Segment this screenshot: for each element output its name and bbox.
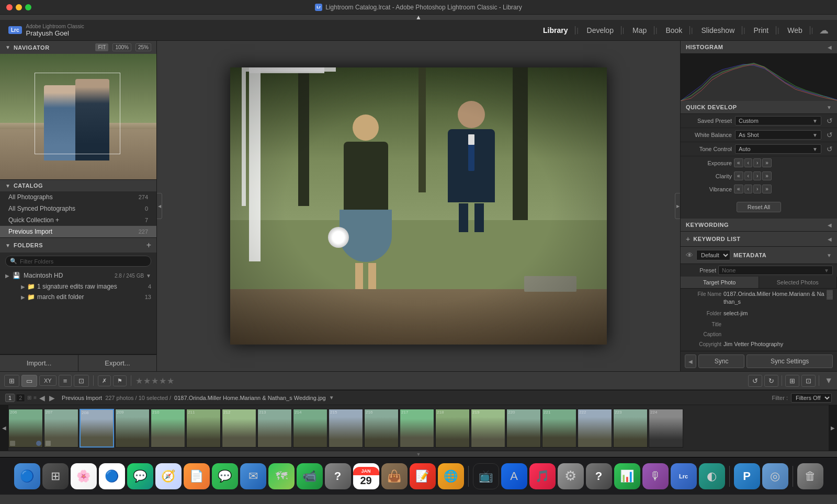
bottom-collapse-arrow[interactable]: ▼: [0, 451, 837, 457]
cloud-icon[interactable]: ☁: [819, 25, 829, 36]
saved-preset-dropdown[interactable]: Custom ▼: [735, 116, 821, 125]
clarity-inc-inc-btn[interactable]: »: [762, 171, 772, 180]
view-strip-button[interactable]: ≡: [59, 375, 72, 387]
preset-value-dropdown[interactable]: None ▼: [718, 266, 833, 275]
film-thumb-222[interactable]: 222: [578, 409, 612, 448]
reset-all-button[interactable]: Reset All: [737, 202, 781, 212]
dock-launchpad[interactable]: ⊞: [42, 463, 69, 489]
sync-settings-button[interactable]: Sync Settings: [746, 354, 833, 368]
compare-button[interactable]: ⊞: [785, 375, 799, 387]
dock-calendar[interactable]: JAN 29: [353, 463, 379, 489]
nav-library[interactable]: Library: [536, 26, 575, 35]
exposure-inc-btn[interactable]: ›: [753, 158, 761, 167]
next-arrow-btn[interactable]: ▶: [48, 394, 56, 402]
folders-header[interactable]: ▼ Folders +: [0, 238, 156, 253]
close-button[interactable]: [6, 4, 13, 10]
star-2[interactable]: ★: [143, 376, 151, 386]
catalog-synced[interactable]: All Synced Photographs 0: [0, 203, 156, 214]
clarity-dec-dec-btn[interactable]: «: [734, 171, 743, 180]
page-2-btn[interactable]: 2: [16, 394, 25, 402]
folder-disk-item[interactable]: ▶ 💾 Macintosh HD 2.8 / 245 GB ▼: [0, 270, 156, 281]
dock-maps[interactable]: 🗺: [268, 463, 295, 489]
filter-dropdown[interactable]: Filters Off: [791, 393, 832, 403]
catalog-previous-import[interactable]: Previous Import 227: [0, 226, 156, 237]
dock-help[interactable]: ?: [325, 463, 351, 489]
film-thumb-212[interactable]: 212: [222, 409, 256, 448]
dock-lightroom-mobile[interactable]: ◐: [699, 463, 725, 489]
film-thumb-224[interactable]: 224 Filterpixel-edits: [649, 409, 683, 448]
survey-mode-button[interactable]: ⊡: [801, 375, 816, 387]
star-5[interactable]: ★: [167, 376, 174, 386]
dock-messages[interactable]: 💬: [212, 463, 238, 489]
add-folder-button[interactable]: +: [146, 240, 151, 250]
dock-podcasts[interactable]: 🎙: [642, 463, 669, 489]
prev-arrow-btn[interactable]: ◀: [38, 394, 47, 402]
dock-mail[interactable]: ✉: [240, 463, 266, 489]
film-thumb-213[interactable]: 213: [257, 409, 292, 448]
import-button[interactable]: Import...: [0, 355, 78, 371]
nav-print[interactable]: Print: [746, 26, 776, 35]
exposure-dec-dec-btn[interactable]: «: [734, 158, 743, 167]
sync-toggle-btn[interactable]: ◀: [685, 354, 696, 368]
vibrance-dec-dec-btn[interactable]: «: [734, 185, 743, 193]
zoom-100-btn[interactable]: 100%: [112, 43, 131, 51]
white-balance-reset-icon[interactable]: ↺: [827, 131, 833, 139]
page-1-btn[interactable]: 1: [5, 394, 15, 402]
folder-signature-edits[interactable]: ▶ 📁 1 signature edits raw images 4: [0, 281, 156, 292]
dock-mindnode[interactable]: 🌐: [438, 463, 464, 489]
dock-numbers[interactable]: 📊: [614, 463, 640, 489]
film-thumb-211[interactable]: 211: [186, 409, 221, 448]
film-thumb-221[interactable]: 221: [542, 409, 576, 448]
view-loupe-button[interactable]: ▭: [21, 375, 37, 387]
filmstrip-right-arrow[interactable]: ▶: [829, 405, 837, 451]
clarity-dec-btn[interactable]: ‹: [744, 171, 752, 180]
exposure-inc-inc-btn[interactable]: »: [762, 158, 772, 167]
film-thumb-207[interactable]: 207: [44, 409, 78, 448]
view-survey-button[interactable]: ⊡: [74, 375, 89, 387]
tone-control-dropdown[interactable]: Auto ▼: [735, 144, 821, 154]
dock-reminders[interactable]: 📝: [410, 463, 436, 489]
filmstrip-filename[interactable]: 0187.Orinda.Miller Home.Mariann & Nathan…: [174, 395, 326, 401]
keyword-list-plus-icon[interactable]: +: [686, 235, 690, 243]
folder-march-edit[interactable]: ▶ 📁 march edit folder 13: [0, 292, 156, 302]
dock-lightroom-classic[interactable]: Lrc: [671, 463, 697, 489]
catalog-all-photos[interactable]: All Photographs 274: [0, 191, 156, 203]
catalog-quick-collection[interactable]: Quick Collection + 7: [0, 214, 156, 226]
nav-map[interactable]: Map: [625, 26, 654, 35]
exposure-dec-btn[interactable]: ‹: [744, 158, 752, 167]
view-xy-button[interactable]: XY: [39, 375, 56, 386]
catalog-header[interactable]: ▼ Catalog: [0, 180, 156, 191]
filmstrip-left-arrow[interactable]: ◀: [0, 405, 8, 451]
dock-help-2[interactable]: ?: [586, 463, 612, 489]
flag-reject-button[interactable]: ✗: [98, 375, 111, 386]
navigator-header[interactable]: ▼ Navigator FIT 100% 25%: [0, 41, 156, 54]
view-grid-button[interactable]: ⊞: [4, 375, 19, 387]
film-thumb-220[interactable]: 220: [506, 409, 541, 448]
film-thumb-215[interactable]: 215: [329, 409, 363, 448]
right-edge-collapse[interactable]: ▶: [675, 193, 680, 219]
vibrance-inc-inc-btn[interactable]: »: [762, 185, 772, 193]
top-collapse-arrow[interactable]: ▲: [0, 15, 837, 20]
film-thumb-219[interactable]: 219: [471, 409, 505, 448]
film-thumb-209[interactable]: 209: [115, 409, 150, 448]
histogram-header[interactable]: Histogram ◀: [681, 41, 837, 54]
film-thumb-214[interactable]: 214: [293, 409, 327, 448]
clarity-inc-btn[interactable]: ›: [753, 171, 761, 180]
white-balance-dropdown[interactable]: As Shot ▼: [735, 130, 821, 140]
flag-pick-button[interactable]: ⚑: [113, 375, 127, 386]
film-thumb-216[interactable]: 216: [364, 409, 399, 448]
dock-wallet[interactable]: 👜: [381, 463, 408, 489]
dock-music[interactable]: 🎵: [529, 463, 556, 489]
keywording-header[interactable]: Keywording ◀: [681, 219, 837, 232]
star-1[interactable]: ★: [135, 376, 143, 386]
visibility-icon[interactable]: 👁: [686, 251, 693, 259]
dock-trash[interactable]: 🗑: [797, 463, 823, 489]
film-thumb-218[interactable]: 218: [435, 409, 470, 448]
saved-preset-reset-icon[interactable]: ↺: [827, 117, 833, 125]
film-thumb-206[interactable]: 206: [8, 409, 43, 448]
rotate-right-button[interactable]: ↻: [764, 375, 778, 387]
nav-book[interactable]: Book: [658, 26, 690, 35]
dock-system-prefs[interactable]: ⚙: [558, 463, 584, 489]
toolbar-dropdown-icon[interactable]: ▼: [824, 376, 833, 385]
dock-photos[interactable]: 🌸: [71, 463, 97, 489]
